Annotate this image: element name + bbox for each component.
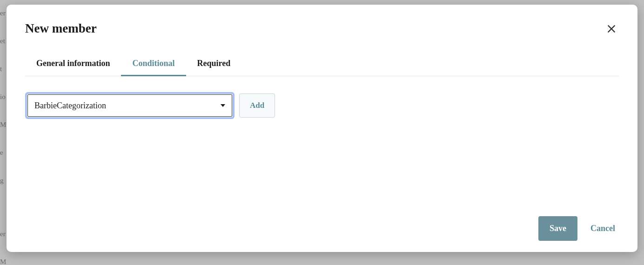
condition-select[interactable]: BarbieCategorization xyxy=(25,92,235,119)
condition-select-value: BarbieCategorization xyxy=(34,101,221,111)
close-button[interactable] xyxy=(604,21,619,36)
condition-select-inner: BarbieCategorization xyxy=(27,94,232,117)
modal-title: New member xyxy=(25,21,97,36)
add-button[interactable]: Add xyxy=(239,93,275,118)
modal-header: New member xyxy=(25,21,619,36)
cancel-button[interactable]: Cancel xyxy=(590,224,619,233)
close-icon xyxy=(606,24,617,34)
tab-bar: General information Conditional Required xyxy=(25,54,619,76)
tab-required[interactable]: Required xyxy=(186,54,242,76)
tab-conditional[interactable]: Conditional xyxy=(121,54,186,76)
chevron-down-icon xyxy=(221,104,225,107)
tab-general-information[interactable]: General information xyxy=(25,54,121,76)
save-button[interactable]: Save xyxy=(538,216,577,241)
new-member-modal: New member General information Condition… xyxy=(7,5,637,252)
conditional-field-row: BarbieCategorization Add xyxy=(25,92,619,119)
modal-footer: Save Cancel xyxy=(25,207,619,241)
